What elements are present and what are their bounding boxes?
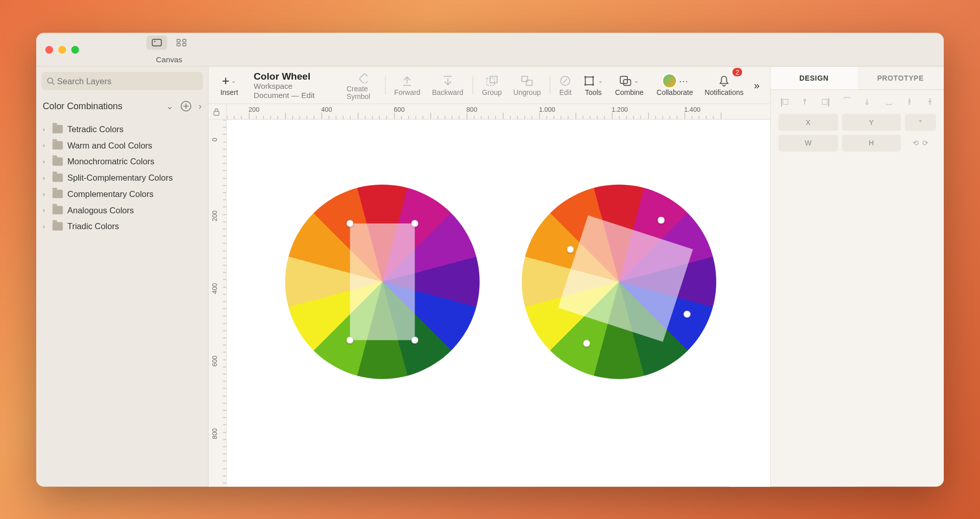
- chevron-down-icon: ⌄: [231, 78, 236, 84]
- window-controls: [36, 45, 88, 53]
- tab-design[interactable]: DESIGN: [771, 66, 857, 89]
- rotation-field[interactable]: °: [905, 114, 936, 131]
- align-center-v-icon[interactable]: ⫰: [862, 96, 873, 107]
- layer-item[interactable]: ›Complementary Colors: [36, 186, 208, 202]
- group-icon: [485, 75, 498, 87]
- flip-v-icon[interactable]: ⟳: [922, 139, 928, 147]
- layer-item[interactable]: ›Monochromatric Colors: [36, 153, 208, 169]
- selection-handle[interactable]: [683, 310, 691, 317]
- insert-button[interactable]: +⌄ Insert: [215, 66, 243, 103]
- align-left-icon[interactable]: |□: [778, 96, 790, 107]
- chevron-down-icon: ⌄: [634, 78, 639, 84]
- toolbar-label: Collaborate: [656, 88, 693, 96]
- flip-h-icon[interactable]: ⟲: [913, 139, 918, 147]
- layer-item[interactable]: ›Analogous Colors: [36, 202, 208, 218]
- ungroup-button[interactable]: Ungroup: [508, 66, 546, 103]
- selection-handle[interactable]: [411, 336, 419, 343]
- ruler-horizontal[interactable]: 2004006008001.0001.2001.400: [227, 104, 770, 119]
- svg-rect-11: [359, 73, 368, 83]
- maximize-window-icon[interactable]: [71, 45, 79, 53]
- tab-prototype[interactable]: PROTOTYPE: [857, 66, 944, 89]
- edit-button[interactable]: Edit: [554, 66, 577, 103]
- layer-label: Analogous Colors: [67, 205, 134, 215]
- toolbar-label: Notifications: [705, 88, 744, 96]
- x-field[interactable]: X: [778, 114, 838, 131]
- align-bottom-icon[interactable]: ⎵: [883, 96, 894, 107]
- close-window-icon[interactable]: [45, 45, 53, 53]
- backward-icon: [442, 75, 454, 87]
- disclosure-icon[interactable]: ›: [43, 174, 48, 181]
- align-center-h-icon[interactable]: ⫯: [799, 96, 811, 107]
- layer-label: Monochromatric Colors: [67, 157, 155, 166]
- selection-handle[interactable]: [567, 245, 574, 253]
- lock-icon[interactable]: [212, 107, 221, 116]
- svg-rect-0: [152, 39, 161, 45]
- tools-icon: [583, 75, 596, 87]
- selection-handle[interactable]: [347, 219, 354, 227]
- forward-button[interactable]: Forward: [389, 66, 426, 103]
- selection-handle[interactable]: [347, 336, 354, 343]
- notifications-button[interactable]: 2 Notifications: [699, 66, 748, 103]
- search-layers-field[interactable]: [41, 71, 203, 90]
- layer-item[interactable]: ›Split-Complementary Colors: [36, 169, 208, 186]
- layer-label: Warm and Cool Colors: [67, 140, 152, 150]
- w-field[interactable]: W: [778, 134, 838, 151]
- ruler-vertical[interactable]: 0200400600800: [209, 119, 227, 486]
- collaborate-button[interactable]: ⋯ Collaborate: [651, 66, 698, 103]
- distribute-v-icon[interactable]: ⫳: [924, 96, 936, 107]
- avatar-icon: [662, 73, 677, 88]
- view-toggle-label: Canvas: [156, 55, 183, 64]
- canvas-view-button[interactable]: [146, 35, 167, 49]
- disclosure-icon[interactable]: ›: [43, 206, 48, 213]
- selection-overlay-left[interactable]: [350, 223, 415, 340]
- canvas[interactable]: [227, 119, 770, 486]
- chevron-right-icon[interactable]: ›: [199, 101, 202, 111]
- document-title[interactable]: Color Wheel Workspace Document — Edit: [244, 70, 326, 100]
- disclosure-icon[interactable]: ›: [43, 190, 48, 197]
- svg-rect-17: [585, 77, 593, 84]
- components-view-button[interactable]: [171, 35, 192, 49]
- toolbar-label: Edit: [559, 88, 572, 96]
- rect-icon: [152, 38, 162, 46]
- svg-point-18: [584, 76, 586, 78]
- flip-controls: ⟲ ⟳: [905, 134, 936, 151]
- selection-handle[interactable]: [657, 216, 665, 224]
- view-toggle: Canvas: [146, 35, 192, 63]
- backward-button[interactable]: Backward: [427, 66, 469, 103]
- h-field[interactable]: H: [842, 134, 901, 151]
- layer-item[interactable]: ›Warm and Cool Colors: [36, 137, 208, 153]
- toolbar-label: Ungroup: [513, 88, 541, 96]
- center-panel: +⌄ Insert Color Wheel Workspace Document…: [209, 66, 770, 486]
- selection-handle[interactable]: [411, 219, 419, 227]
- disclosure-icon[interactable]: ›: [43, 158, 48, 165]
- svg-point-20: [584, 84, 586, 86]
- layer-item[interactable]: ›Triadic Colors: [36, 218, 208, 234]
- folder-icon: [53, 157, 63, 166]
- tools-button[interactable]: ⌄ Tools: [578, 66, 609, 103]
- disclosure-icon[interactable]: ›: [43, 223, 48, 230]
- search-input[interactable]: [57, 76, 198, 85]
- distribute-h-icon[interactable]: ⫲: [903, 96, 915, 107]
- toolbar: +⌄ Insert Color Wheel Workspace Document…: [209, 66, 770, 104]
- create-symbol-button[interactable]: Create Symbol: [341, 66, 381, 103]
- disclosure-icon[interactable]: ›: [43, 141, 48, 149]
- layer-label: Complementary Colors: [67, 189, 154, 199]
- y-field[interactable]: Y: [842, 114, 901, 131]
- overflow-button[interactable]: »: [750, 66, 764, 103]
- selection-handle[interactable]: [583, 339, 590, 347]
- page-selector[interactable]: Color Combinations ⌄ ›: [36, 95, 208, 117]
- minimize-window-icon[interactable]: [58, 45, 66, 53]
- layer-item[interactable]: ›Tetradic Colors: [36, 121, 208, 137]
- toolbar-label: Forward: [394, 88, 420, 96]
- folder-icon: [53, 206, 63, 214]
- doc-subtitle: Workspace Document — Edit: [254, 81, 316, 100]
- align-top-icon[interactable]: ⎴: [841, 96, 853, 107]
- layer-list: ›Tetradic Colors ›Warm and Cool Colors ›…: [36, 117, 208, 238]
- group-button[interactable]: Group: [477, 66, 507, 103]
- add-page-icon[interactable]: [180, 100, 192, 112]
- folder-icon: [53, 125, 63, 133]
- search-icon: [46, 77, 54, 85]
- combine-button[interactable]: ⌄ Combine: [610, 66, 649, 103]
- align-right-icon[interactable]: □|: [820, 96, 832, 107]
- disclosure-icon[interactable]: ›: [43, 126, 48, 133]
